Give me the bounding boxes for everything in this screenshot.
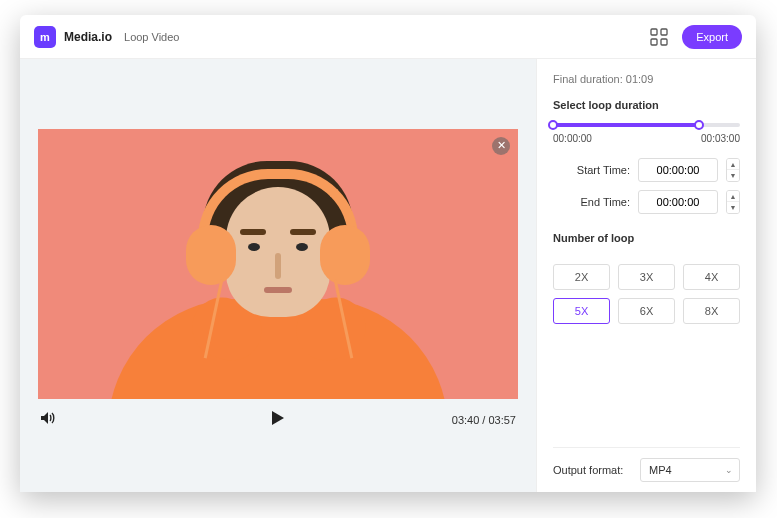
play-icon[interactable] [271,410,285,430]
output-format-label: Output format: [553,464,623,476]
chevron-up-icon[interactable]: ▲ [727,191,739,202]
end-time-label: End Time: [580,196,630,208]
tool-title: Loop Video [124,31,179,43]
end-time-input[interactable] [638,190,718,214]
brand-name: Media.io [64,30,112,44]
loop-option-3x[interactable]: 3X [618,264,675,290]
num-loop-label: Number of loop [553,232,740,244]
svg-rect-2 [651,39,657,45]
select-loop-label: Select loop duration [553,99,740,111]
start-time-label: Start Time: [577,164,630,176]
svg-rect-3 [661,39,667,45]
export-button[interactable]: Export [682,25,742,49]
slider-thumb-start[interactable] [548,120,558,130]
close-icon[interactable]: ✕ [492,137,510,155]
svg-rect-0 [651,29,657,35]
apps-grid-icon[interactable] [650,28,668,46]
loop-option-2x[interactable]: 2X [553,264,610,290]
start-time-stepper[interactable]: ▲ ▼ [726,158,740,182]
header-bar: m Media.io Loop Video Export [20,15,756,59]
preview-pane: ✕ 03:40 / 03:57 [20,59,536,492]
start-time-input[interactable] [638,158,718,182]
chevron-up-icon[interactable]: ▲ [727,159,739,170]
volume-icon[interactable] [40,411,56,429]
range-start: 00:00:00 [553,133,592,144]
end-time-stepper[interactable]: ▲ ▼ [726,190,740,214]
loop-grid: 2X 3X 4X 5X 6X 8X [553,264,740,324]
loop-option-6x[interactable]: 6X [618,298,675,324]
video-preview[interactable]: ✕ [38,129,518,399]
duration-slider[interactable] [553,123,740,127]
app-window: m Media.io Loop Video Export [20,15,756,492]
chevron-down-icon[interactable]: ▼ [727,170,739,181]
side-panel: Final duration: 01:09 Select loop durati… [536,59,756,492]
loop-option-8x[interactable]: 8X [683,298,740,324]
player-controls: 03:40 / 03:57 [38,399,518,429]
loop-option-4x[interactable]: 4X [683,264,740,290]
svg-rect-1 [661,29,667,35]
slider-thumb-end[interactable] [694,120,704,130]
final-duration: Final duration: 01:09 [553,73,740,85]
loop-option-5x[interactable]: 5X [553,298,610,324]
output-format-select[interactable]: MP4 ⌄ [640,458,740,482]
time-display: 03:40 / 03:57 [452,414,516,426]
body: ✕ 03:40 / 03:57 [20,59,756,492]
range-end: 00:03:00 [701,133,740,144]
chevron-down-icon[interactable]: ▼ [727,202,739,213]
brand-logo: m [34,26,56,48]
chevron-down-icon: ⌄ [725,465,733,475]
